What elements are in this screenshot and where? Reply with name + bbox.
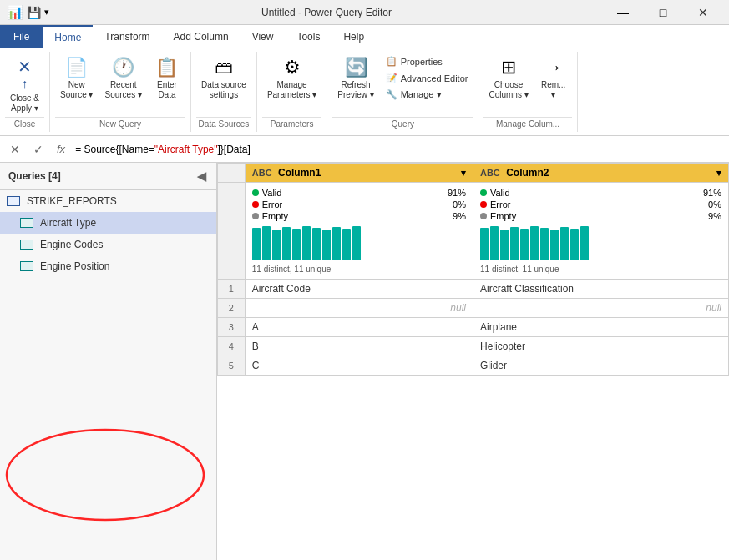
advanced-editor-button[interactable]: 📝 Advanced Editor xyxy=(381,70,473,86)
properties-label: Properties xyxy=(401,57,443,67)
col1-valid-label: Valid xyxy=(262,188,282,198)
tab-tools[interactable]: Tools xyxy=(285,25,332,48)
column2-header[interactable]: ABC Column2 ▾ xyxy=(473,164,728,183)
col1-valid-dot xyxy=(252,189,259,196)
maximize-button[interactable]: □ xyxy=(644,0,682,25)
table-row: 1 Aircraft Code Aircraft Classification xyxy=(218,280,729,299)
sidebar-item-aircraft-type[interactable]: Aircraft Type xyxy=(0,212,216,234)
enter-data-icon: 📋 xyxy=(155,57,178,78)
row-2-col2: null xyxy=(473,299,728,318)
ribbon-group-parameters: ⚙ ManageParameters ▾ Parameters xyxy=(257,52,327,132)
col2-profile-footer: 11 distinct, 11 unique xyxy=(480,265,721,274)
manage-parameters-icon: ⚙ xyxy=(284,57,301,78)
table-row: 4 B Helicopter xyxy=(218,337,729,356)
tab-file[interactable]: File xyxy=(0,25,43,48)
tab-add-column[interactable]: Add Column xyxy=(162,25,240,48)
tab-help[interactable]: Help xyxy=(332,25,376,48)
col2-name: Column2 xyxy=(506,167,549,179)
aircraft-type-label: Aircraft Type xyxy=(40,217,96,229)
title-bar-icons: 📊 💾 ▾ xyxy=(7,4,49,20)
ribbon-group-data-sources: 🗃 Data sourcesettings Data Sources xyxy=(191,52,257,132)
col2-bars xyxy=(480,226,721,260)
formula-highlight: "Aircraft Type" xyxy=(154,144,218,155)
advanced-editor-label: Advanced Editor xyxy=(401,73,468,83)
row-3-num: 3 xyxy=(218,318,246,337)
row-1-col2: Aircraft Classification xyxy=(473,280,728,299)
col2-profile: Valid 91% Error 0% Empty 9% xyxy=(473,183,728,280)
sidebar-item-engine-codes[interactable]: Engine Codes xyxy=(0,234,216,255)
row-3-col2: Airplane xyxy=(473,318,728,337)
row-5-col2: Glider xyxy=(473,356,728,376)
col2-dropdown-icon[interactable]: ▾ xyxy=(716,168,721,179)
bar xyxy=(302,226,311,260)
svg-point-0 xyxy=(7,430,204,520)
bar xyxy=(352,226,361,260)
formula-display: = Source{[Name="Aircraft Type"]}[Data] xyxy=(75,144,722,155)
row-4-col2: Helicopter xyxy=(473,337,728,356)
engine-codes-label: Engine Codes xyxy=(40,239,103,250)
bar xyxy=(550,230,559,260)
bar xyxy=(312,228,321,260)
tab-home[interactable]: Home xyxy=(43,25,93,48)
tab-transform[interactable]: Transform xyxy=(93,25,161,48)
row-1-num: 1 xyxy=(218,280,246,299)
data-source-settings-button[interactable]: 🗃 Data sourcesettings xyxy=(196,53,251,103)
close-button[interactable]: ✕ xyxy=(684,0,722,25)
col2-empty-label: Empty xyxy=(490,211,516,221)
col1-dropdown-icon[interactable]: ▾ xyxy=(461,168,466,179)
col2-valid-dot xyxy=(480,189,487,196)
data-area[interactable]: ABC Column1 ▾ ABC Column2 ▾ xyxy=(217,163,729,560)
close-group-label: Close xyxy=(5,117,44,130)
col2-valid-pct: 91% xyxy=(703,188,721,198)
collapse-sidebar-button[interactable]: ◀ xyxy=(195,168,208,184)
minimize-button[interactable]: — xyxy=(604,0,642,25)
query-small-buttons: 📋 Properties 📝 Advanced Editor 🔧 Manage … xyxy=(381,53,473,103)
recent-sources-button[interactable]: 🕐 RecentSources ▾ xyxy=(99,53,146,103)
tab-view[interactable]: View xyxy=(240,25,286,48)
col1-valid-pct: 91% xyxy=(448,188,466,198)
row-2-num: 2 xyxy=(218,299,246,318)
data-source-settings-icon: 🗃 xyxy=(215,57,233,78)
properties-button[interactable]: 📋 Properties xyxy=(381,53,473,69)
manage-button[interactable]: 🔧 Manage ▾ xyxy=(381,87,473,103)
title-bar: 📊 💾 ▾ Untitled - Power Query Editor — □ … xyxy=(0,0,729,25)
ribbon-group-new-query: 📄 NewSource ▾ 🕐 RecentSources ▾ 📋 EnterD… xyxy=(50,52,191,132)
sidebar-item-engine-position[interactable]: Engine Position xyxy=(0,255,216,277)
profile-row-num xyxy=(218,183,246,280)
bar xyxy=(282,227,291,260)
col2-empty-pct: 9% xyxy=(708,211,721,221)
col1-empty-dot xyxy=(252,213,259,219)
remove-columns-button[interactable]: → Rem...▾ xyxy=(535,53,572,103)
col2-type: ABC xyxy=(480,168,500,178)
bar xyxy=(292,229,301,260)
sidebar-item-strike-reports[interactable]: STRIKE_REPORTS xyxy=(0,190,216,212)
row-4-num: 4 xyxy=(218,337,246,356)
col1-bars xyxy=(252,226,466,260)
enter-data-label: EnterData xyxy=(157,80,177,100)
new-source-button[interactable]: 📄 NewSource ▾ xyxy=(55,53,98,103)
choose-columns-button[interactable]: ⊞ ChooseColumns ▾ xyxy=(483,53,533,103)
refresh-preview-button[interactable]: 🔄 RefreshPreview ▾ xyxy=(332,53,378,103)
row-2-col1: null xyxy=(245,299,473,318)
ribbon-tabs: File Home Transform Add Column View Tool… xyxy=(0,25,729,48)
formula-confirm-button[interactable]: ✓ xyxy=(30,141,47,158)
row-1-col1: Aircraft Code xyxy=(245,280,473,299)
row-num-header xyxy=(218,164,246,183)
save-icon[interactable]: 💾 xyxy=(27,6,41,19)
recent-sources-label: RecentSources ▾ xyxy=(104,80,141,100)
title-controls: — □ ✕ xyxy=(604,0,722,25)
formula-cancel-button[interactable]: ✕ xyxy=(7,141,23,158)
parameters-group-label: Parameters xyxy=(262,117,321,130)
properties-icon: 📋 xyxy=(386,56,397,67)
column1-header[interactable]: ABC Column1 ▾ xyxy=(245,164,473,183)
data-sources-group-label: Data Sources xyxy=(196,117,251,130)
row-3-col1: A xyxy=(245,318,473,337)
bar xyxy=(272,230,281,260)
enter-data-button[interactable]: 📋 EnterData xyxy=(149,53,185,103)
bar xyxy=(322,230,331,260)
table-row: 5 C Glider xyxy=(218,356,729,376)
table-row: 2 null null xyxy=(218,299,729,318)
profile-row: Valid 91% Error 0% Empty 9% xyxy=(218,183,729,280)
manage-parameters-button[interactable]: ⚙ ManageParameters ▾ xyxy=(262,53,321,103)
close-apply-button[interactable]: ✕ ↑ Close &Apply ▾ xyxy=(5,53,44,117)
